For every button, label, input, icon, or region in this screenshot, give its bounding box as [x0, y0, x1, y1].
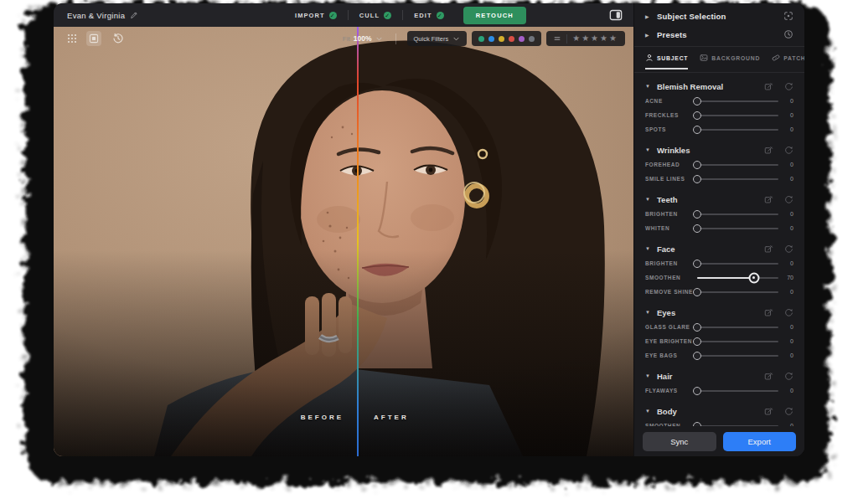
slider-handle[interactable] — [693, 175, 701, 183]
section-header[interactable]: ▼Wrinkles — [645, 142, 793, 157]
slider-track[interactable] — [697, 100, 778, 102]
tab-patch[interactable]: PATCH — [772, 49, 804, 69]
slider-track[interactable] — [697, 228, 778, 229]
reset-icon[interactable] — [784, 146, 793, 155]
tab-subject[interactable]: SUBJECT — [645, 49, 688, 69]
section-header[interactable]: ▼Teeth — [645, 192, 793, 207]
slider-handle[interactable] — [693, 288, 701, 296]
slider-track[interactable] — [697, 341, 778, 342]
caret-down-icon[interactable]: ▼ — [645, 197, 651, 202]
slider-track[interactable] — [697, 390, 778, 392]
reset-icon[interactable] — [784, 308, 793, 317]
tab-background[interactable]: BACKGROUND — [700, 49, 760, 69]
slider-value: 0 — [778, 388, 793, 393]
filter-equals-icon[interactable] — [553, 34, 561, 43]
caret-down-icon[interactable]: ▼ — [645, 246, 651, 251]
edit-box-icon[interactable] — [764, 372, 773, 381]
zoom-control[interactable]: Fit 100% — [343, 34, 383, 43]
color-tag-dot[interactable] — [509, 36, 514, 42]
slider-handle[interactable] — [693, 224, 701, 233]
slider-handle[interactable] — [748, 272, 759, 283]
top-bar: Evan & Virginia IMPORT✓CULL✓EDIT✓RETOUCH — [54, 3, 633, 27]
workflow-step-edit[interactable]: EDIT✓ — [403, 12, 454, 19]
edit-box-icon[interactable] — [764, 195, 773, 204]
slider-track[interactable] — [697, 327, 778, 328]
slider-track[interactable] — [697, 263, 778, 265]
slider-handle[interactable] — [693, 111, 701, 120]
reset-icon[interactable] — [784, 407, 793, 416]
section-wrinkles: ▼WrinklesFOREHEAD0SMILE LINES0 — [645, 142, 793, 186]
slider-handle[interactable] — [693, 323, 701, 332]
color-tag-dot[interactable] — [488, 36, 494, 42]
color-tag-dot[interactable] — [499, 36, 504, 42]
section-header[interactable]: ▼Blemish Removal — [645, 79, 793, 94]
edit-box-icon[interactable] — [764, 407, 773, 416]
color-tag-dot[interactable] — [529, 36, 535, 42]
edit-box-icon[interactable] — [764, 82, 773, 91]
edit-box-icon[interactable] — [764, 308, 773, 317]
section-header[interactable]: ▼Body — [645, 404, 793, 419]
reset-icon[interactable] — [784, 82, 793, 91]
slider-handle[interactable] — [693, 161, 701, 169]
section-title: Wrinkles — [657, 146, 753, 155]
caret-down-icon[interactable]: ▼ — [645, 147, 651, 152]
section-header[interactable]: ▼Hair — [645, 368, 793, 383]
edit-box-icon[interactable] — [764, 244, 773, 254]
reset-icon[interactable] — [784, 195, 793, 204]
panel-scroll-area[interactable]: ▶Subject Selection▶Presets SUBJECTBACKGR… — [634, 3, 804, 426]
slider-track[interactable] — [697, 213, 778, 215]
slider-handle[interactable] — [693, 337, 701, 346]
slider-track[interactable] — [697, 164, 778, 166]
quick-filters-button[interactable]: Quick Filters — [407, 31, 468, 46]
color-tag-dot[interactable] — [478, 36, 484, 42]
caret-down-icon[interactable]: ▼ — [645, 84, 651, 89]
history-icon[interactable] — [112, 33, 124, 44]
reset-icon[interactable] — [784, 372, 793, 381]
step-check-icon: ✓ — [437, 12, 444, 19]
caret-down-icon[interactable]: ▼ — [645, 310, 651, 315]
retouch-button[interactable]: RETOUCH — [463, 7, 526, 24]
panel-toggle-icon[interactable] — [609, 8, 623, 22]
slider-track[interactable] — [697, 115, 778, 116]
slider-label: BRIGHTEN — [645, 260, 697, 266]
slider-track[interactable] — [697, 129, 778, 131]
sync-button[interactable]: Sync — [643, 432, 716, 451]
star-rating[interactable]: ★★★★★ — [572, 34, 618, 43]
panel-row-subject-selection[interactable]: ▶Subject Selection — [645, 7, 793, 25]
clock-icon[interactable] — [783, 29, 793, 39]
before-after-divider[interactable] — [357, 27, 359, 456]
section-title: Eyes — [657, 308, 753, 317]
panel-row-presets[interactable]: ▶Presets — [645, 25, 793, 44]
single-view-icon[interactable] — [86, 31, 101, 46]
caret-down-icon[interactable]: ▼ — [645, 373, 651, 378]
fit-label[interactable]: Fit — [343, 35, 350, 43]
slider-track[interactable] — [697, 178, 778, 180]
slider-handle[interactable] — [693, 352, 701, 360]
slider-handle[interactable] — [693, 126, 701, 134]
export-button[interactable]: Export — [723, 432, 797, 451]
slider-track[interactable] — [697, 291, 778, 293]
slider-handle[interactable] — [693, 97, 701, 105]
edit-title-icon[interactable] — [130, 11, 138, 19]
caret-right-icon[interactable]: ▶ — [645, 13, 651, 19]
caret-down-icon[interactable]: ▼ — [645, 409, 651, 414]
caret-right-icon[interactable]: ▶ — [645, 32, 651, 38]
slider-handle[interactable] — [693, 210, 701, 219]
slider-value: 0 — [778, 211, 793, 217]
slider-value: 0 — [778, 225, 793, 231]
section-header[interactable]: ▼Face — [645, 241, 793, 256]
chevron-down-icon[interactable] — [375, 35, 383, 43]
reset-icon[interactable] — [784, 244, 793, 254]
edit-box-icon[interactable] — [764, 146, 773, 155]
slider-handle[interactable] — [693, 260, 701, 268]
color-tag-dot[interactable] — [519, 36, 525, 42]
grid-view-icon[interactable] — [66, 33, 78, 44]
slider-handle[interactable] — [693, 387, 701, 395]
slider-row: GLASS GLARE0 — [645, 320, 793, 334]
slider-track[interactable] — [697, 355, 778, 357]
workflow-step-import[interactable]: IMPORT✓ — [284, 12, 348, 19]
workflow-step-cull[interactable]: CULL✓ — [349, 12, 402, 19]
focus-icon[interactable] — [783, 11, 793, 21]
section-header[interactable]: ▼Eyes — [645, 305, 793, 320]
slider-track[interactable] — [697, 277, 778, 279]
